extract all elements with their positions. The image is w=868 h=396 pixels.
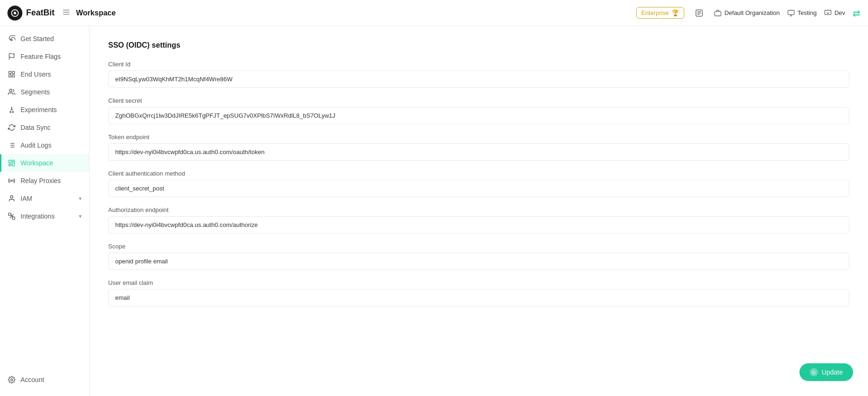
svg-rect-32 <box>12 163 14 166</box>
sidebar-item-audit-logs[interactable]: Audit Logs <box>0 136 89 154</box>
svg-point-34 <box>11 180 13 182</box>
sync-icon <box>7 123 16 132</box>
org-selector[interactable]: Default Organization <box>714 9 780 17</box>
sidebar-label-audit-logs: Audit Logs <box>21 141 82 149</box>
form-group-client-secret: Client secret <box>108 97 849 124</box>
svg-rect-16 <box>9 71 11 74</box>
org-icon <box>714 9 722 17</box>
integrations-chevron-icon: ▾ <box>79 213 82 219</box>
flag-icon <box>7 52 16 61</box>
dev-name: Dev <box>834 9 845 16</box>
logo[interactable]: FeatBit <box>7 6 55 21</box>
update-icon: ⊙ <box>810 368 818 376</box>
sidebar-item-workspace[interactable]: Workspace <box>0 154 89 172</box>
svg-point-22 <box>10 111 11 113</box>
svg-rect-31 <box>12 160 14 162</box>
section-title: SSO (OIDC) settings <box>108 41 849 50</box>
active-bar <box>0 154 1 172</box>
sso-form: Client IdClient secretToken endpointClie… <box>108 61 849 306</box>
input-token-endpoint[interactable] <box>108 143 849 161</box>
sidebar-label-end-users: End Users <box>21 71 82 78</box>
header-right: Enterprise 🏆 Default Organization Testin… <box>636 6 861 21</box>
sidebar-label-workspace: Workspace <box>21 159 82 167</box>
svg-point-23 <box>12 111 14 113</box>
form-group-token-endpoint: Token endpoint <box>108 134 849 161</box>
sidebar-label-iam: IAM <box>21 195 74 202</box>
org-name: Default Organization <box>724 9 780 16</box>
sidebar-label-get-started: Get Started <box>21 35 82 42</box>
sidebar-item-experiments[interactable]: Experiments <box>0 101 89 119</box>
update-label: Update <box>822 368 843 376</box>
sidebar-item-end-users[interactable]: End Users <box>0 65 89 83</box>
input-scope[interactable] <box>108 253 849 270</box>
svg-point-1 <box>14 12 16 14</box>
svg-point-14 <box>11 39 13 41</box>
dev-icon <box>824 9 832 17</box>
svg-point-38 <box>11 379 13 381</box>
label-scope: Scope <box>108 243 849 250</box>
form-group-user-email-claim: User email claim <box>108 279 849 306</box>
form-group-client-id: Client Id <box>108 61 849 88</box>
relay-icon <box>7 177 16 185</box>
label-client-auth-method: Client authentication method <box>108 170 849 177</box>
sidebar-item-feature-flags[interactable]: Feature Flags <box>0 48 89 65</box>
sidebar-item-integrations[interactable]: Integrations ▾ <box>0 207 89 225</box>
sidebar-item-relay-proxies[interactable]: Relay Proxies <box>0 172 89 190</box>
sidebar-item-segments[interactable]: Segments <box>0 83 89 101</box>
form-group-client-auth-method: Client authentication method <box>108 170 849 197</box>
sidebar-item-account[interactable]: Account <box>0 371 89 389</box>
enterprise-badge[interactable]: Enterprise 🏆 <box>636 7 684 19</box>
page-title: Workspace <box>76 9 631 17</box>
label-client-id: Client Id <box>108 61 849 68</box>
rocket-icon <box>7 35 16 43</box>
input-user-email-claim[interactable] <box>108 289 849 306</box>
svg-rect-9 <box>715 11 721 15</box>
env-name: Testing <box>798 9 817 16</box>
label-authorization-endpoint: Authorization endpoint <box>108 206 849 213</box>
form-group-scope: Scope <box>108 243 849 270</box>
svg-point-35 <box>10 196 13 198</box>
main-content: SSO (OIDC) settings Client IdClient secr… <box>90 26 868 396</box>
svg-rect-18 <box>9 75 11 77</box>
header: FeatBit Workspace Enterprise 🏆 Default O… <box>0 0 868 26</box>
menu-icon[interactable] <box>62 8 70 18</box>
input-client-auth-method[interactable] <box>108 180 849 197</box>
sidebar-label-data-sync: Data Sync <box>21 124 82 131</box>
account-icon <box>7 375 16 384</box>
sidebar-item-iam[interactable]: IAM ▾ <box>0 190 89 207</box>
switch-icon[interactable]: ⇄ <box>853 7 861 19</box>
label-token-endpoint: Token endpoint <box>108 134 849 141</box>
sidebar-label-experiments: Experiments <box>21 106 82 113</box>
input-client-id[interactable] <box>108 71 849 88</box>
sidebar-item-get-started[interactable]: Get Started <box>0 30 89 48</box>
iam-icon <box>7 194 16 203</box>
list-icon <box>7 141 16 149</box>
input-authorization-endpoint[interactable] <box>108 216 849 233</box>
sidebar-label-segments: Segments <box>21 88 82 96</box>
svg-rect-10 <box>788 10 794 14</box>
enterprise-label: Enterprise <box>641 9 669 16</box>
iam-chevron-icon: ▾ <box>79 195 82 202</box>
svg-rect-30 <box>9 160 11 163</box>
env-icon <box>787 9 795 17</box>
experiments-icon <box>7 106 16 114</box>
dev-selector[interactable]: Dev <box>824 9 845 17</box>
svg-rect-19 <box>12 75 14 77</box>
docs-button[interactable] <box>692 6 707 21</box>
svg-rect-33 <box>9 164 11 166</box>
svg-point-20 <box>9 89 12 92</box>
person-icon <box>7 88 16 96</box>
update-button[interactable]: ⊙ Update <box>799 363 853 381</box>
input-client-secret[interactable] <box>108 107 849 124</box>
sidebar-label-feature-flags: Feature Flags <box>21 53 82 60</box>
env-selector[interactable]: Testing <box>787 9 817 17</box>
sidebar-label-account: Account <box>21 376 82 383</box>
sidebar: Get Started Feature Flags End Users <box>0 26 90 396</box>
form-group-authorization-endpoint: Authorization endpoint <box>108 206 849 233</box>
sidebar-item-data-sync[interactable]: Data Sync <box>0 119 89 136</box>
sidebar-label-relay-proxies: Relay Proxies <box>21 177 82 184</box>
logo-svg <box>11 9 19 17</box>
enterprise-icon: 🏆 <box>672 9 679 16</box>
plug-icon <box>7 212 16 220</box>
sidebar-label-integrations: Integrations <box>21 212 74 220</box>
